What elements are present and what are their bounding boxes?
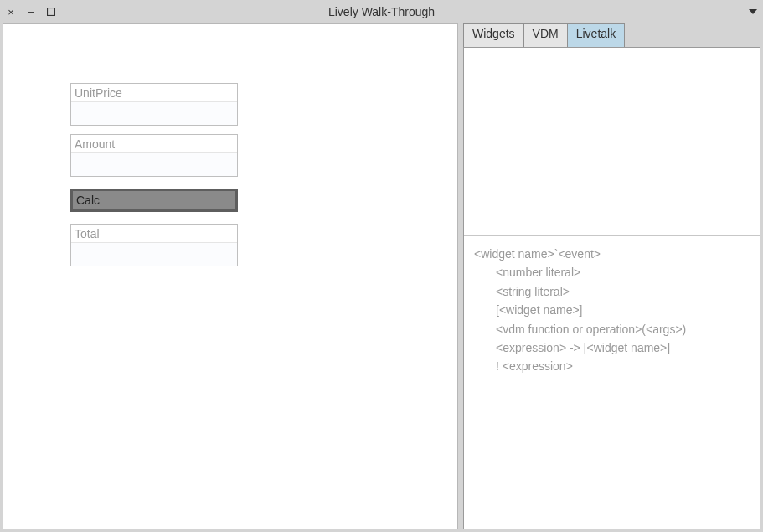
tab-bar: Widgets VDM Livetalk	[463, 23, 760, 47]
calc-button[interactable]: Calc	[70, 189, 238, 212]
app-body: UnitPrice Amount Calc Total Widgets VDM …	[0, 23, 763, 532]
amount-input[interactable]	[71, 152, 237, 176]
livetalk-pane: <widget name>`<event> <number literal> <…	[463, 47, 760, 529]
total-field: Total	[70, 224, 238, 266]
side-panel: Widgets VDM Livetalk <widget name>`<even…	[463, 23, 760, 529]
livetalk-editor[interactable]	[464, 48, 760, 236]
unitprice-input[interactable]	[71, 101, 237, 125]
dropdown-icon[interactable]	[748, 8, 758, 16]
main-window: × − Lively Walk-Through UnitPrice Amount…	[0, 0, 763, 532]
unitprice-field: UnitPrice	[70, 83, 238, 126]
help-line: <string literal>	[474, 282, 750, 301]
window-controls: × −	[5, 7, 57, 18]
svg-rect-0	[48, 8, 55, 15]
amount-field: Amount	[70, 134, 238, 177]
total-input[interactable]	[71, 242, 237, 266]
help-line: <widget name>`<event>	[474, 245, 750, 263]
help-line: <vdm function or operation>(<args>)	[474, 320, 750, 338]
canvas-panel[interactable]: UnitPrice Amount Calc Total	[3, 23, 458, 529]
tab-widgets[interactable]: Widgets	[463, 23, 524, 47]
titlebar: × − Lively Walk-Through	[0, 0, 763, 23]
close-icon[interactable]: ×	[5, 7, 17, 18]
help-line: [<widget name>]	[474, 301, 750, 319]
tab-livetalk[interactable]: Livetalk	[567, 23, 625, 47]
amount-label: Amount	[71, 135, 237, 152]
maximize-icon[interactable]	[45, 7, 57, 18]
minimize-icon[interactable]: −	[25, 7, 37, 18]
help-line: ! <expression>	[474, 357, 750, 375]
window-title: Lively Walk-Through	[328, 5, 435, 18]
total-label: Total	[71, 225, 237, 242]
help-line: <expression> -> [<widget name>]	[474, 338, 750, 357]
tab-vdm[interactable]: VDM	[523, 23, 568, 47]
help-line: <number literal>	[474, 263, 750, 281]
unitprice-label: UnitPrice	[71, 84, 237, 101]
livetalk-help: <widget name>`<event> <number literal> <…	[464, 236, 760, 529]
svg-marker-1	[749, 9, 757, 14]
